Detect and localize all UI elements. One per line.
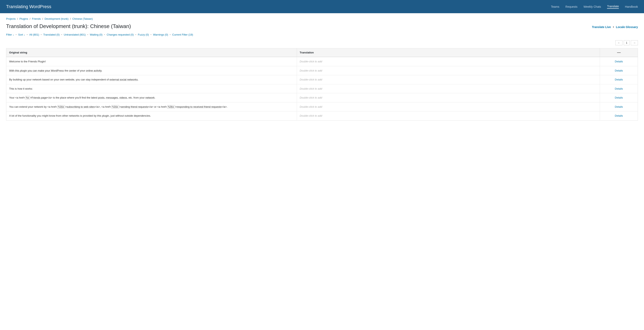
actions-cell: Details xyxy=(600,84,638,93)
original-string: Your <a href=%s>Friends page</a> is the … xyxy=(6,93,297,102)
nav-handbook[interactable]: Handbook xyxy=(625,5,638,8)
variable-code-3: %2$s xyxy=(167,105,175,109)
table-row: Welcome to the Friends Plugin! Double-cl… xyxy=(6,57,638,66)
original-string: By building up your network based on you… xyxy=(6,75,297,84)
breadcrumb-projects[interactable]: Projects xyxy=(6,17,16,20)
double-click-hint: Double-click to add xyxy=(300,87,322,90)
table-row: With this plugin you can make your WordP… xyxy=(6,66,638,75)
double-click-hint: Double-click to add xyxy=(300,69,322,72)
main-content: Projects / Plugins / Friends / Developme… xyxy=(0,13,644,125)
filter-current[interactable]: Current Filter (19) xyxy=(172,33,193,36)
table-row: This is how it works: Double-click to ad… xyxy=(6,84,638,93)
variable-code-2: %1$s xyxy=(111,105,119,109)
locale-glossary-link[interactable]: Locale Glossary xyxy=(616,26,638,29)
breadcrumb-plugins[interactable]: Plugins xyxy=(20,17,28,20)
collapse-icon[interactable]: — xyxy=(617,50,621,55)
translation-cell[interactable]: Double-click to add xyxy=(297,102,600,111)
breadcrumb: Projects / Plugins / Friends / Developme… xyxy=(6,17,638,20)
nav-requests[interactable]: Requests xyxy=(566,5,578,8)
table-row: A lot of the functionality you might kno… xyxy=(6,111,638,121)
page-title-row: Translation of Development (trunk): Chin… xyxy=(6,23,638,30)
site-header: Translating WordPress Teams Requests Wee… xyxy=(0,0,644,13)
details-link[interactable]: Details xyxy=(615,60,623,63)
site-title: Translating WordPress xyxy=(6,4,52,9)
filter-toggle[interactable]: Filter ↓ xyxy=(6,33,14,36)
filter-bar: Filter ↓ • Sort ↓ • All (801) • Translat… xyxy=(6,33,638,36)
pagination: ← 1 → xyxy=(6,40,638,45)
strings-table: Original string Translation — Welcome to… xyxy=(6,48,638,121)
breadcrumb-chinese-taiwan[interactable]: Chinese (Taiwan) xyxy=(72,17,92,20)
filter-translated[interactable]: Translated (0) xyxy=(43,33,60,36)
double-click-hint: Double-click to add xyxy=(300,105,322,108)
translate-live-link[interactable]: Translate Live xyxy=(592,26,611,29)
current-page: 1 xyxy=(624,40,630,45)
nav-translate[interactable]: Translate xyxy=(607,5,619,9)
actions-cell: Details xyxy=(600,66,638,75)
original-string: With this plugin you can make your WordP… xyxy=(6,66,297,75)
details-link[interactable]: Details xyxy=(615,69,623,72)
table-row: By building up your network based on you… xyxy=(6,75,638,84)
details-link[interactable]: Details xyxy=(615,114,623,117)
main-nav: Teams Requests Weekly Chats Translate Ha… xyxy=(551,5,638,9)
translation-cell[interactable]: Double-click to add xyxy=(297,75,600,84)
details-link[interactable]: Details xyxy=(615,96,623,99)
table-row: Your <a href=%s>Friends page</a> is the … xyxy=(6,93,638,102)
double-click-hint: Double-click to add xyxy=(300,96,322,99)
filter-waiting[interactable]: Waiting (0) xyxy=(90,33,102,36)
filter-changes-requested[interactable]: Changes requested (0) xyxy=(106,33,134,36)
translation-cell[interactable]: Double-click to add xyxy=(297,93,600,102)
col-header-translation: Translation xyxy=(297,48,600,57)
actions-cell: Details xyxy=(600,93,638,102)
sort-toggle[interactable]: Sort ↓ xyxy=(18,33,25,36)
double-click-hint: Double-click to add xyxy=(300,60,322,63)
actions-cell: Details xyxy=(600,102,638,111)
original-string: Welcome to the Friends Plugin! xyxy=(6,57,297,66)
actions-cell: Details xyxy=(600,75,638,84)
filter-fuzzy[interactable]: Fuzzy (0) xyxy=(138,33,149,36)
original-string: You can extend your network by <a href=%… xyxy=(6,102,297,111)
translation-cell[interactable]: Double-click to add xyxy=(297,84,600,93)
nav-teams[interactable]: Teams xyxy=(551,5,559,8)
details-link[interactable]: Details xyxy=(615,87,623,90)
details-link[interactable]: Details xyxy=(615,105,623,108)
col-header-original: Original string xyxy=(6,48,297,57)
variable-code: %s xyxy=(25,96,30,100)
actions-cell: Details xyxy=(600,111,638,121)
table-row: You can extend your network by <a href=%… xyxy=(6,102,638,111)
filter-all[interactable]: All (801) xyxy=(29,33,39,36)
original-string: This is how it works: xyxy=(6,84,297,93)
page-title: Translation of Development (trunk): Chin… xyxy=(6,23,131,30)
next-page-button[interactable]: → xyxy=(631,40,638,45)
translation-cell[interactable]: Double-click to add xyxy=(297,66,600,75)
page-title-actions: Translate Live • Locale Glossary xyxy=(592,26,638,29)
details-link[interactable]: Details xyxy=(615,78,623,81)
filter-warnings[interactable]: Warnings (0) xyxy=(153,33,168,36)
breadcrumb-friends[interactable]: Friends xyxy=(32,17,40,20)
breadcrumb-development-trunk[interactable]: Development (trunk) xyxy=(45,17,69,20)
nav-weekly-chats[interactable]: Weekly Chats xyxy=(584,5,601,8)
prev-page-button[interactable]: ← xyxy=(615,40,622,45)
variable-code-1: %1$s xyxy=(57,105,65,109)
actions-cell: Details xyxy=(600,57,638,66)
col-header-actions: — xyxy=(600,48,638,57)
double-click-hint: Double-click to add xyxy=(300,78,322,81)
original-string: A lot of the functionality you might kno… xyxy=(6,111,297,121)
filter-untranslated[interactable]: Untranslated (801) xyxy=(64,33,86,36)
translation-cell[interactable]: Double-click to add xyxy=(297,111,600,121)
translation-cell[interactable]: Double-click to add xyxy=(297,57,600,66)
double-click-hint: Double-click to add xyxy=(300,114,322,117)
